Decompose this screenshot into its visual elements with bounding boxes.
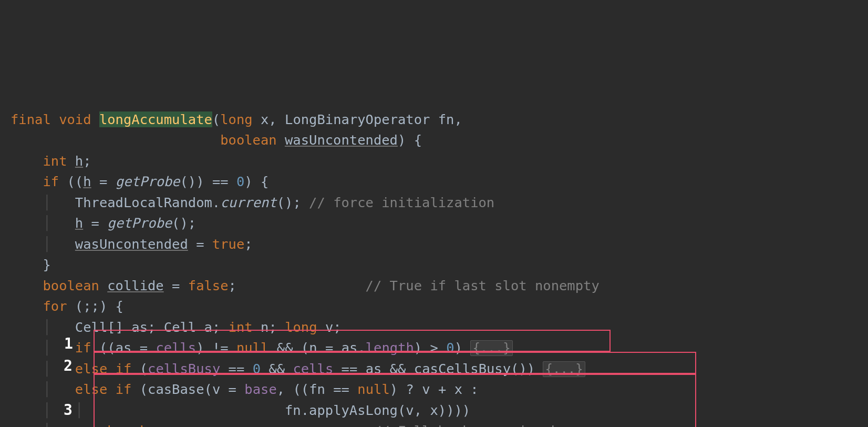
- call-cascellsbusy: casCellsBusy: [414, 361, 511, 377]
- code-line: │ wasUncontended = true;: [11, 236, 253, 252]
- code-line: │ else if (cellsBusy == 0 && cells == as…: [11, 361, 585, 377]
- var-a: a: [204, 319, 212, 335]
- code-line: if ((h = getProbe()) == 0) {: [11, 174, 268, 189]
- code-line: │ if ((as = cells) != null && (n = as.le…: [11, 340, 513, 355]
- keyword-for: for: [43, 298, 67, 314]
- field-cells: cells: [156, 340, 196, 355]
- keyword-boolean: boolean: [43, 278, 99, 293]
- indent-guide: │: [43, 195, 50, 210]
- var-v: v: [325, 319, 333, 335]
- var-h: h: [75, 153, 83, 169]
- comment: // Fall back on using base: [374, 423, 583, 427]
- var-collide: collide: [107, 278, 163, 293]
- code-line: │ else if (casBase(v = base, ((fn == nul…: [11, 381, 479, 397]
- code-line: boolean collide = false; // True if last…: [11, 278, 600, 293]
- type-longbinaryoperator: LongBinaryOperator: [285, 111, 430, 127]
- keyword-else: else: [75, 361, 107, 377]
- keyword-false: false: [188, 278, 229, 293]
- param-fn: fn: [438, 111, 454, 127]
- var-h: h: [83, 174, 91, 189]
- code-line: boolean wasUncontended) {: [11, 132, 422, 148]
- comment: // force initialization: [309, 195, 494, 210]
- field-cellsbusy: cellsBusy: [148, 361, 220, 377]
- comment: // True if last slot nonempty: [366, 278, 600, 293]
- var-n: n: [261, 319, 268, 335]
- var-h: h: [75, 215, 83, 231]
- keyword-if: if: [43, 174, 59, 189]
- punct: (: [212, 111, 220, 127]
- code-line: int h;: [11, 153, 91, 169]
- field-length: length: [366, 340, 414, 355]
- param-x: x: [261, 111, 268, 127]
- code-line: │ Cell[] as; Cell a; int n; long v;: [11, 319, 342, 335]
- keyword-true: true: [212, 236, 244, 252]
- keyword-break: break: [107, 423, 148, 427]
- code-line: │ ThreadLocalRandom.current(); // force …: [11, 195, 494, 210]
- type-threadlocalrandom: ThreadLocalRandom: [75, 195, 212, 210]
- keyword-long: long: [220, 111, 252, 127]
- code-editor-pane[interactable]: final void longAccumulate(long x, LongBi…: [11, 88, 857, 427]
- keyword-int: int: [43, 153, 67, 169]
- call-getprobe: getProbe: [116, 174, 180, 189]
- code-line: }: [11, 257, 51, 272]
- call-getprobe: getProbe: [107, 215, 172, 231]
- code-line: │ break; // Fall back on using base: [11, 423, 583, 427]
- code-fold-marker[interactable]: {...}: [470, 340, 512, 356]
- code-line: final void longAccumulate(long x, LongBi…: [11, 111, 462, 127]
- code-line: for (;;) {: [11, 298, 123, 314]
- field-base: base: [244, 381, 276, 397]
- keyword-null: null: [236, 340, 268, 355]
- type-cell: Cell: [75, 319, 107, 335]
- call-applyaslong: applyAsLong: [309, 402, 398, 418]
- keyword-final: final: [11, 111, 51, 127]
- keyword-void: void: [59, 111, 91, 127]
- code-line: │ │ fn.applyAsLong(v, x)))): [11, 402, 470, 418]
- method-name: longAccumulate: [99, 111, 212, 127]
- keyword-if: if: [75, 340, 91, 355]
- var-wasuncontended: wasUncontended: [75, 236, 188, 252]
- literal-zero: 0: [236, 174, 244, 189]
- call-casbase: casBase: [148, 381, 204, 397]
- code-fold-marker[interactable]: {...}: [543, 361, 585, 377]
- param-wasuncontended: wasUncontended: [285, 132, 398, 148]
- code-line: │ h = getProbe();: [11, 215, 196, 231]
- keyword-boolean: boolean: [220, 132, 276, 148]
- operator-eqeq: ==: [212, 174, 229, 189]
- var-as: as: [131, 319, 148, 335]
- call-current: current: [220, 195, 276, 210]
